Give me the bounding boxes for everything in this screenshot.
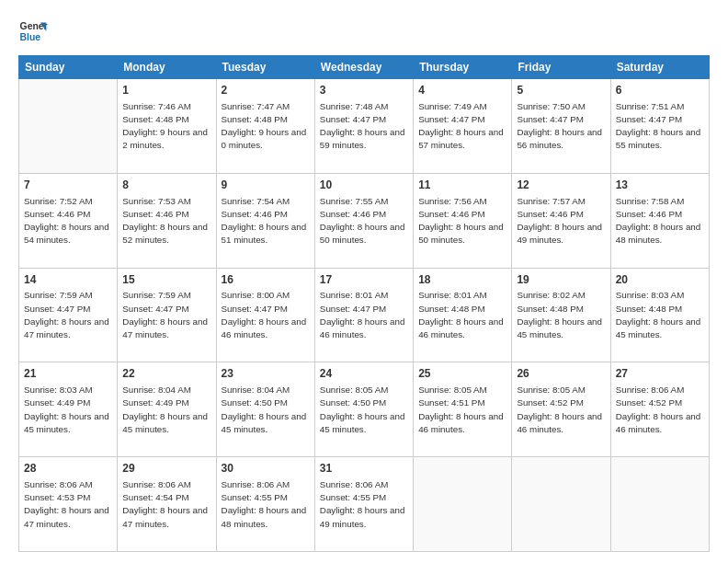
day-info: Sunrise: 8:01 AM Sunset: 4:47 PM Dayligh… <box>320 289 408 341</box>
day-number: 4 <box>418 83 506 98</box>
calendar-cell: 3Sunrise: 7:48 AM Sunset: 4:47 PM Daylig… <box>314 79 413 174</box>
calendar-cell: 30Sunrise: 8:06 AM Sunset: 4:55 PM Dayli… <box>216 457 314 552</box>
calendar-cell: 13Sunrise: 7:58 AM Sunset: 4:46 PM Dayli… <box>610 173 709 268</box>
calendar-week-4: 21Sunrise: 8:03 AM Sunset: 4:49 PM Dayli… <box>19 362 710 457</box>
calendar-cell: 14Sunrise: 7:59 AM Sunset: 4:47 PM Dayli… <box>19 268 118 362</box>
logo-icon: General Blue <box>18 17 48 46</box>
calendar-cell: 8Sunrise: 7:53 AM Sunset: 4:46 PM Daylig… <box>118 173 216 268</box>
calendar-cell: 25Sunrise: 8:05 AM Sunset: 4:51 PM Dayli… <box>414 362 512 457</box>
calendar-week-2: 7Sunrise: 7:52 AM Sunset: 4:46 PM Daylig… <box>19 173 710 268</box>
calendar-cell: 7Sunrise: 7:52 AM Sunset: 4:46 PM Daylig… <box>19 173 118 268</box>
day-number: 14 <box>24 272 112 288</box>
calendar-cell <box>512 457 610 552</box>
day-number: 2 <box>222 83 310 98</box>
day-number: 15 <box>122 272 210 288</box>
weekday-header-tuesday: Tuesday <box>216 56 314 79</box>
day-info: Sunrise: 8:03 AM Sunset: 4:48 PM Dayligh… <box>616 289 704 341</box>
calendar-cell: 11Sunrise: 7:56 AM Sunset: 4:46 PM Dayli… <box>414 173 512 268</box>
weekday-header-wednesday: Wednesday <box>314 56 413 79</box>
day-info: Sunrise: 7:59 AM Sunset: 4:47 PM Dayligh… <box>122 289 210 341</box>
day-number: 25 <box>418 366 506 382</box>
day-number: 22 <box>122 366 210 382</box>
day-info: Sunrise: 7:53 AM Sunset: 4:46 PM Dayligh… <box>122 195 210 247</box>
day-info: Sunrise: 7:46 AM Sunset: 4:48 PM Dayligh… <box>122 100 210 153</box>
calendar-cell <box>610 457 709 552</box>
calendar-cell: 31Sunrise: 8:06 AM Sunset: 4:55 PM Dayli… <box>314 457 413 552</box>
day-number: 17 <box>320 272 408 288</box>
day-info: Sunrise: 7:47 AM Sunset: 4:48 PM Dayligh… <box>222 100 310 153</box>
day-info: Sunrise: 8:06 AM Sunset: 4:55 PM Dayligh… <box>222 478 310 531</box>
day-info: Sunrise: 7:51 AM Sunset: 4:47 PM Dayligh… <box>616 100 704 153</box>
day-number: 3 <box>320 83 408 98</box>
weekday-header-saturday: Saturday <box>610 56 709 79</box>
day-number: 12 <box>517 178 605 193</box>
calendar-cell: 2Sunrise: 7:47 AM Sunset: 4:48 PM Daylig… <box>216 79 314 174</box>
weekday-header-row: SundayMondayTuesdayWednesdayThursdayFrid… <box>19 56 710 79</box>
svg-text:Blue: Blue <box>20 32 41 42</box>
day-number: 24 <box>320 366 408 382</box>
weekday-header-monday: Monday <box>118 56 216 79</box>
day-info: Sunrise: 7:54 AM Sunset: 4:46 PM Dayligh… <box>222 195 310 247</box>
page: General Blue SundayMondayTuesdayWednesda… <box>0 0 728 563</box>
calendar-cell: 24Sunrise: 8:05 AM Sunset: 4:50 PM Dayli… <box>314 362 413 457</box>
day-info: Sunrise: 7:48 AM Sunset: 4:47 PM Dayligh… <box>320 100 408 153</box>
calendar-cell: 28Sunrise: 8:06 AM Sunset: 4:53 PM Dayli… <box>19 457 118 552</box>
calendar-cell: 4Sunrise: 7:49 AM Sunset: 4:47 PM Daylig… <box>414 79 512 174</box>
calendar-cell: 12Sunrise: 7:57 AM Sunset: 4:46 PM Dayli… <box>512 173 610 268</box>
calendar-cell: 23Sunrise: 8:04 AM Sunset: 4:50 PM Dayli… <box>216 362 314 457</box>
day-number: 18 <box>418 272 506 288</box>
day-info: Sunrise: 8:05 AM Sunset: 4:51 PM Dayligh… <box>418 384 506 436</box>
calendar-cell: 15Sunrise: 7:59 AM Sunset: 4:47 PM Dayli… <box>118 268 216 362</box>
day-number: 10 <box>320 178 408 193</box>
day-info: Sunrise: 8:01 AM Sunset: 4:48 PM Dayligh… <box>418 289 506 341</box>
day-info: Sunrise: 7:50 AM Sunset: 4:47 PM Dayligh… <box>517 100 605 153</box>
day-info: Sunrise: 8:04 AM Sunset: 4:49 PM Dayligh… <box>122 384 210 436</box>
day-number: 21 <box>24 366 112 382</box>
calendar-cell: 20Sunrise: 8:03 AM Sunset: 4:48 PM Dayli… <box>610 268 709 362</box>
day-info: Sunrise: 7:52 AM Sunset: 4:46 PM Dayligh… <box>24 195 112 247</box>
day-number: 9 <box>222 178 310 193</box>
calendar-week-5: 28Sunrise: 8:06 AM Sunset: 4:53 PM Dayli… <box>19 457 710 552</box>
day-info: Sunrise: 7:59 AM Sunset: 4:47 PM Dayligh… <box>24 289 112 341</box>
day-info: Sunrise: 8:05 AM Sunset: 4:52 PM Dayligh… <box>517 384 605 436</box>
day-number: 31 <box>320 461 408 477</box>
calendar-cell: 16Sunrise: 8:00 AM Sunset: 4:47 PM Dayli… <box>216 268 314 362</box>
day-info: Sunrise: 7:49 AM Sunset: 4:47 PM Dayligh… <box>418 100 506 153</box>
day-number: 27 <box>616 366 704 382</box>
calendar-cell: 27Sunrise: 8:06 AM Sunset: 4:52 PM Dayli… <box>610 362 709 457</box>
calendar-cell: 29Sunrise: 8:06 AM Sunset: 4:54 PM Dayli… <box>118 457 216 552</box>
calendar-week-1: 1Sunrise: 7:46 AM Sunset: 4:48 PM Daylig… <box>19 79 710 174</box>
day-number: 20 <box>616 272 704 288</box>
day-info: Sunrise: 8:03 AM Sunset: 4:49 PM Dayligh… <box>24 384 112 436</box>
calendar-cell: 22Sunrise: 8:04 AM Sunset: 4:49 PM Dayli… <box>118 362 216 457</box>
day-number: 29 <box>122 461 210 477</box>
calendar-cell: 18Sunrise: 8:01 AM Sunset: 4:48 PM Dayli… <box>414 268 512 362</box>
day-number: 30 <box>222 461 310 477</box>
day-number: 23 <box>222 366 310 382</box>
day-info: Sunrise: 8:02 AM Sunset: 4:48 PM Dayligh… <box>517 289 605 341</box>
day-info: Sunrise: 8:06 AM Sunset: 4:55 PM Dayligh… <box>320 478 408 531</box>
day-info: Sunrise: 8:06 AM Sunset: 4:52 PM Dayligh… <box>616 384 704 436</box>
day-info: Sunrise: 8:06 AM Sunset: 4:54 PM Dayligh… <box>122 478 210 531</box>
calendar-week-3: 14Sunrise: 7:59 AM Sunset: 4:47 PM Dayli… <box>19 268 710 362</box>
day-number: 6 <box>616 83 704 98</box>
day-number: 13 <box>616 178 704 193</box>
calendar-cell: 10Sunrise: 7:55 AM Sunset: 4:46 PM Dayli… <box>314 173 413 268</box>
calendar-cell: 26Sunrise: 8:05 AM Sunset: 4:52 PM Dayli… <box>512 362 610 457</box>
day-number: 11 <box>418 178 506 193</box>
weekday-header-thursday: Thursday <box>414 56 512 79</box>
weekday-header-friday: Friday <box>512 56 610 79</box>
calendar-cell <box>414 457 512 552</box>
day-info: Sunrise: 8:04 AM Sunset: 4:50 PM Dayligh… <box>222 384 310 436</box>
calendar-cell: 21Sunrise: 8:03 AM Sunset: 4:49 PM Dayli… <box>19 362 118 457</box>
calendar-table: SundayMondayTuesdayWednesdayThursdayFrid… <box>18 55 710 552</box>
day-number: 26 <box>517 366 605 382</box>
day-info: Sunrise: 8:05 AM Sunset: 4:50 PM Dayligh… <box>320 384 408 436</box>
day-info: Sunrise: 8:00 AM Sunset: 4:47 PM Dayligh… <box>222 289 310 341</box>
day-number: 8 <box>122 178 210 193</box>
calendar-cell <box>19 79 118 174</box>
day-number: 16 <box>222 272 310 288</box>
day-info: Sunrise: 7:58 AM Sunset: 4:46 PM Dayligh… <box>616 195 704 247</box>
calendar-cell: 17Sunrise: 8:01 AM Sunset: 4:47 PM Dayli… <box>314 268 413 362</box>
day-info: Sunrise: 8:06 AM Sunset: 4:53 PM Dayligh… <box>24 478 112 531</box>
